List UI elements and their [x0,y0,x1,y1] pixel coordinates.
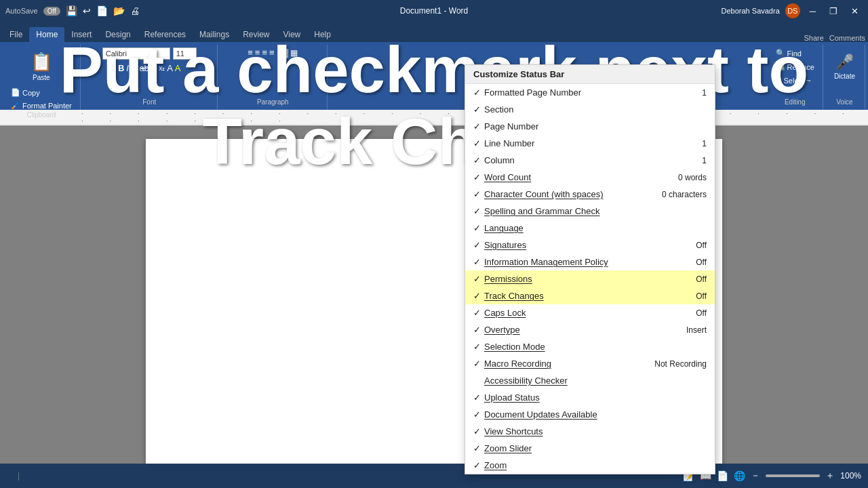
italic-btn[interactable]: I [126,63,129,73]
context-menu-item-0[interactable]: ✓Formatted Page Number1 [465,84,715,101]
font-family-dropdown[interactable]: Calibri [102,47,170,60]
item-label-4: Column [484,155,696,165]
share-btn[interactable]: Share [804,34,823,42]
item-value-14: Insert [686,325,707,335]
context-menu-item-3[interactable]: ✓Line Number1 [465,135,715,152]
context-menu-item-15[interactable]: ✓Selection Mode [465,338,715,355]
zoom-slider[interactable] [766,474,820,477]
bold-btn[interactable]: B [118,63,124,73]
tab-home[interactable]: Home [29,27,64,42]
win-minimize-btn[interactable]: ─ [806,6,820,16]
tab-help[interactable]: Help [307,27,338,42]
context-menu-item-11[interactable]: ✓PermissionsOff [465,270,715,287]
title-bar: AutoSave Off 💾 ↩ 📄 📂 🖨 Document1 - Word … [0,0,868,22]
context-menu: Customize Status Bar ✓Formatted Page Num… [465,64,715,474]
copy-btn[interactable]: 📄 Copy [8,87,75,98]
item-label-16: Macro Recording [484,359,649,369]
font-size-dropdown[interactable]: 11 [173,47,197,60]
context-menu-item-10[interactable]: ✓Information Management PolicyOff [465,253,715,270]
item-value-13: Off [696,308,707,318]
highlight-btn[interactable]: A [175,63,181,73]
context-menu-item-4[interactable]: ✓Column1 [465,152,715,169]
tab-mailings[interactable]: Mailings [193,27,236,42]
item-label-15: Selection Mode [484,342,707,352]
context-menu-item-17[interactable]: Accessibility Checker [465,372,715,389]
item-label-22: Zoom [484,460,707,470]
align-center-btn[interactable]: ≡ [255,47,260,58]
item-label-14: Overtype [484,325,681,335]
paste-btn[interactable]: 📋 Paste [26,46,56,87]
view-print-icon[interactable]: 📄 [717,470,728,481]
checkmark-19: ✓ [473,409,484,420]
item-label-11: Permissions [484,274,690,284]
tab-insert[interactable]: Insert [64,27,98,42]
context-menu-item-13[interactable]: ✓Caps LockOff [465,304,715,321]
save-icon[interactable]: 💾 [66,5,77,16]
borders-btn[interactable]: ▦ [290,48,298,58]
win-restore-btn[interactable]: ❐ [825,6,842,16]
open-icon[interactable]: 📂 [113,5,125,16]
context-menu-item-18[interactable]: ✓Upload Status [465,389,715,406]
context-menu-item-16[interactable]: ✓Macro RecordingNot Recording [465,355,715,372]
context-menu-item-7[interactable]: ✓Spelling and Grammar Check [465,203,715,220]
checkmark-6: ✓ [473,189,484,199]
tab-view[interactable]: View [276,27,307,42]
context-menu-item-22[interactable]: ✓Zoom [465,457,715,474]
item-value-10: Off [696,258,707,267]
superscript-btn[interactable]: x² [151,64,157,72]
checkmark-20: ✓ [473,426,484,436]
document-title: Document1 - Word [400,6,468,16]
font-color-btn[interactable]: A [167,63,173,73]
dictate-btn[interactable]: 🎤 Dictate [830,46,859,87]
format-painter-btn[interactable]: 🖌️ Format Painter [8,100,75,111]
subscript-btn[interactable]: x₂ [159,64,165,72]
clipboard-small-btns: 📄 Copy 🖌️ Format Painter [8,87,75,111]
tab-file[interactable]: File [3,27,29,42]
context-menu-item-12[interactable]: ✓Track ChangesOff [465,287,715,304]
item-value-9: Off [696,241,707,250]
tab-review[interactable]: Review [236,27,276,42]
item-value-11: Off [696,274,707,284]
replace-btn[interactable]: 🔄 Replace [773,61,817,73]
line-spacing-btn[interactable]: ↕ [277,48,281,58]
checkmark-9: ✓ [473,240,484,250]
autosave-toggle[interactable]: Off [43,7,60,16]
tab-references[interactable]: References [138,27,193,42]
context-menu-item-21[interactable]: ✓Zoom Slider [465,440,715,457]
zoom-in-icon[interactable]: ＋ [825,470,835,482]
zoom-out-icon[interactable]: － [751,470,760,482]
find-icon: 🔍 [776,49,785,58]
underline-btn[interactable]: U [131,63,137,73]
align-left-btn[interactable]: ≡ [248,47,253,58]
comments-btn[interactable]: Comments [829,34,865,42]
print-icon[interactable]: 🖨 [130,5,140,16]
context-menu-item-1[interactable]: ✓Section [465,101,715,118]
win-close-btn[interactable]: ✕ [847,6,863,16]
undo-icon[interactable]: ↩ [83,5,91,16]
context-menu-item-20[interactable]: ✓View Shortcuts [465,423,715,440]
context-menu-item-2[interactable]: ✓Page Number [465,118,715,135]
item-label-12: Track Changes [484,291,690,301]
item-value-4: 1 [702,156,707,165]
context-menu-item-8[interactable]: ✓Language [465,220,715,237]
item-label-3: Line Number [484,138,696,148]
user-avatar: DS [785,3,800,18]
tab-design[interactable]: Design [98,27,137,42]
view-web-icon[interactable]: 🌐 [734,470,745,481]
context-menu-item-6[interactable]: ✓Character Count (with spaces)0 characte… [465,186,715,203]
context-menu-item-19[interactable]: ✓Document Updates Available [465,406,715,423]
find-btn[interactable]: 🔍 Find [773,47,817,59]
context-menu-item-14[interactable]: ✓OvertypeInsert [465,321,715,338]
context-menu-item-9[interactable]: ✓SignaturesOff [465,237,715,253]
new-doc-icon[interactable]: 📄 [96,5,108,16]
zoom-level[interactable]: 100% [840,471,861,481]
strikethrough-btn[interactable]: ab [139,63,149,73]
align-right-btn[interactable]: ≡ [262,47,267,58]
user-name: Deborah Savadra [722,7,780,15]
align-justify-btn[interactable]: ≡ [269,47,275,58]
checkmark-21: ✓ [473,443,484,453]
checkmark-22: ✓ [473,460,484,470]
select-btn[interactable]: ↗ Select ~ [773,75,817,86]
shading-btn[interactable]: ▓ [283,48,289,58]
context-menu-item-5[interactable]: ✓Word Count0 words [465,169,715,186]
